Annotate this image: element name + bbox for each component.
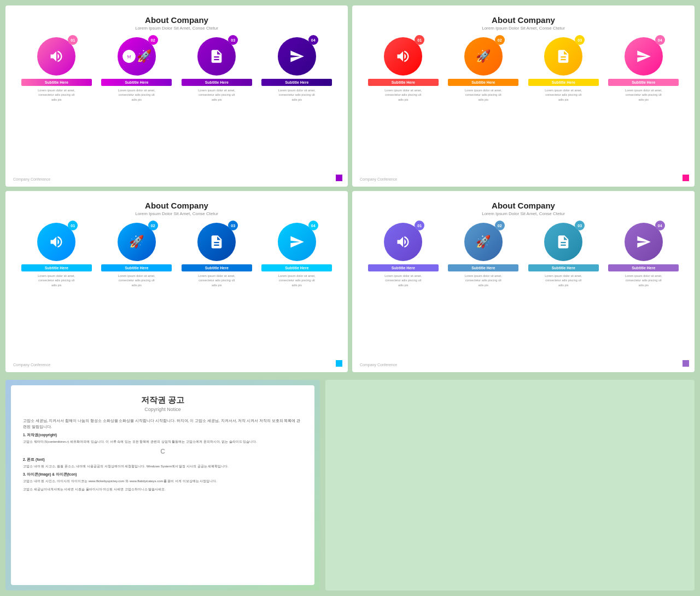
copyright-body1: 고맙소 세공님, 지켜서서 합체이 나눔의 형성소 소화상을 소화상을 시작합니… — [23, 418, 302, 430]
slide-3-label-1: Subtitle Here — [21, 264, 92, 271]
slide-3-company: Company Conference — [13, 363, 50, 367]
copyright-s1-body: 고맙소 워터마크(contentbiron.r) 세유화여의에 있습니다. 이 … — [23, 439, 302, 445]
slide-3-label-2: Subtitle Here — [101, 264, 172, 271]
slide-2-item-4: 04 Subtitle Here Lorem ipsum dolor sit a… — [608, 37, 679, 102]
slide-1-badge-3: 03 — [228, 35, 238, 45]
slide-4-company: Company Conference — [360, 363, 397, 367]
slide-4-desc-4: Lorem ipsum dolor sit amet,consectetur a… — [625, 274, 662, 287]
c-logo-icon: C — [23, 448, 302, 455]
slide-4-badge-4: 04 — [655, 221, 665, 230]
slide-4-desc-3: Lorem ipsum dolor sit amet,consectetur a… — [545, 274, 582, 287]
slide-2-label-1: Subtitle Here — [368, 79, 439, 86]
slide-1-circle-2: 02 🚀 — [118, 37, 156, 76]
slide-3-items-row: 01 Subtitle Here Lorem ipsum dolor sit a… — [16, 223, 337, 287]
slide-4-label-1: Subtitle Here — [368, 264, 439, 271]
slide-4-title: About Company — [363, 201, 684, 210]
slide-2-desc-2: Lorem ipsum dolor sit amet,consectetur a… — [465, 88, 502, 102]
slide-4-badge-3: 03 — [575, 221, 585, 230]
copyright-title: 저작권 공고 — [23, 395, 302, 406]
slide-1-company: Company Conference — [13, 177, 50, 181]
slide-4-circle-1: 01 — [384, 223, 422, 261]
slide-1-desc-3: Lorem ipsum dolor sit amet,consectetur a… — [198, 88, 235, 102]
slide-3-item-1: 01 Subtitle Here Lorem ipsum dolor sit a… — [21, 223, 92, 287]
slide-1-desc-2: Lorem ipsum dolor sit amet,consectetur a… — [118, 88, 155, 102]
slide-1-badge-2: 02 — [148, 35, 158, 45]
slide-2-circle-1: 01 — [384, 37, 422, 76]
slide-2-subtitle: Lorem Ipsum Dolor Sit Amet, Conse Ctetur — [363, 26, 684, 31]
slide-3-desc-4: Lorem ipsum dolor sit amet,consectetur a… — [278, 274, 316, 287]
copyright-inner: 저작권 공고 Copyright Notice 고맙소 세공님, 지켜서서 합체… — [11, 385, 314, 585]
slide-3-desc-2: Lorem ipsum dolor sit amet,consectetur a… — [118, 274, 155, 287]
slide-3-badge-2: 02 — [148, 221, 158, 230]
slide-4-label-4: Subtitle Here — [608, 264, 679, 271]
slide-3-item-3: 03 Subtitle Here Lorem ipsum dolor sit a… — [182, 223, 252, 287]
slide-1-circle-3: 03 — [197, 37, 236, 76]
slide-1-subtitle: Lorem Ipsum Dolor Sit Amet, Conse Ctetur — [16, 26, 337, 31]
slide-2-circle-3: 03 — [544, 37, 582, 76]
slide-2-label-2: Subtitle Here — [448, 79, 518, 86]
slide-4-badge-1: 01 — [415, 221, 424, 230]
slide-4: About Company Lorem Ipsum Dolor Sit Amet… — [352, 191, 695, 372]
slide-1-item-3: 03 Subtitle Here Lorem ipsum dolor sit a… — [182, 37, 252, 102]
slide-3-circle-2: 02 🚀 — [118, 223, 156, 261]
slide-2-desc-3: Lorem ipsum dolor sit amet,consectetur a… — [545, 88, 582, 102]
copyright-s2-title: 2. 폰트 (font) — [23, 458, 302, 462]
slide-3-desc-1: Lorem ipsum dolor sit amet,consectetur a… — [38, 274, 75, 287]
slide-4-circle-3: 03 — [544, 223, 582, 261]
slide-2-corner — [682, 175, 689, 181]
slide-4-item-3: 03 Subtitle Here Lorem ipsum dolor sit a… — [528, 223, 599, 287]
slide-1-label-3: Subtitle Here — [182, 79, 252, 86]
copyright-s3-body: 고맙소 내어 된 사인소, 아이사의 아이이코는 www.flickebyupi… — [23, 479, 302, 484]
slide-2-circle-4: 04 — [625, 37, 663, 76]
slide-1-label-4: Subtitle Here — [261, 79, 332, 86]
slide-2-label-3: Subtitle Here — [528, 79, 599, 86]
copyright-subtitle: Copyright Notice — [23, 407, 302, 412]
slide-4-desc-1: Lorem ipsum dolor sit amet,consectetur a… — [384, 274, 422, 287]
slide-3-label-4: Subtitle Here — [261, 264, 332, 271]
slide-1-items-row: 01 Subtitle Here Lorem ipsum dolor sit a… — [16, 37, 337, 102]
slide-1-item-4: 04 Subtitle Here Lorem ipsum dolor sit a… — [261, 37, 332, 102]
slide-2-desc-4: Lorem ipsum dolor sit amet,consectetur a… — [625, 88, 662, 102]
slide-4-label-3: Subtitle Here — [528, 264, 599, 271]
slide-2-label-4: Subtitle Here — [608, 79, 679, 86]
slide-3-badge-1: 01 — [68, 221, 78, 230]
slide-3-label-3: Subtitle Here — [182, 264, 252, 271]
slide-4-circle-2: 02 🚀 — [464, 223, 503, 261]
slide-2-title: About Company — [363, 15, 684, 25]
slide-1-title: About Company — [16, 15, 337, 25]
slide-4-label-2: Subtitle Here — [448, 264, 518, 271]
copyright-s1-title: 1. 저작권(copyright) — [23, 433, 302, 438]
slide-2-item-3: 03 Subtitle Here Lorem ipsum dolor sit a… — [528, 37, 599, 102]
slide-2-item-2: 02 🚀 Subtitle Here Lorem ipsum dolor sit… — [448, 37, 518, 102]
bottom-right-area — [325, 380, 695, 591]
slide-2-desc-1: Lorem ipsum dolor sit amet,consectetur a… — [384, 88, 422, 102]
slide-3-title: About Company — [16, 201, 337, 210]
slide-1: About Company Lorem Ipsum Dolor Sit Amet… — [5, 5, 348, 187]
slide-1-circle-1: 01 — [37, 37, 75, 76]
slide-4-corner — [682, 360, 689, 367]
copyright-s3-title: 3. 아이콘(Image) & 아이콘(Icon) — [23, 472, 302, 477]
slide-3-circle-4: 04 — [278, 223, 316, 261]
slide-3-circle-3: 03 — [197, 223, 236, 261]
slide-1-item-2: 02 🚀 Subtitle Here Lorem ipsum dolor sit… — [101, 37, 172, 102]
slide-1-desc-1: Lorem ipsum dolor sit amet,consectetur a… — [38, 88, 75, 102]
slide-1-item-1: 01 Subtitle Here Lorem ipsum dolor sit a… — [21, 37, 92, 102]
slide-3-corner — [336, 360, 342, 367]
copyright-s2-body: 고맙소 내어 된 시고소, 컬컬 폰소소, 내어에 사용공공의 서청상에이어 세… — [23, 464, 302, 470]
copyright-footer: 고맙소 세공님이내게서에는 서세면 시겠습 올바이시아 어신된 사세면 고맙소하… — [23, 487, 302, 493]
slide-4-item-2: 02 🚀 Subtitle Here Lorem ipsum dolor sit… — [448, 223, 518, 287]
slide-1-desc-4: Lorem ipsum dolor sit amet,consectetur a… — [278, 88, 316, 102]
slide-3-subtitle: Lorem Ipsum Dolor Sit Amet, Conse Ctetur — [16, 211, 337, 216]
slide-2-items-row: 01 Subtitle Here Lorem ipsum dolor sit a… — [363, 37, 684, 102]
slide-4-desc-2: Lorem ipsum dolor sit amet,consectetur a… — [465, 274, 502, 287]
slide-2-badge-3: 03 — [575, 35, 585, 45]
slide-4-circle-4: 04 — [625, 223, 663, 261]
slide-2-circle-2: 02 🚀 — [464, 37, 503, 76]
slide-2-company: Company Conference — [360, 177, 397, 181]
slide-1-circle-4: 04 — [278, 37, 316, 76]
slide-4-item-4: 04 Subtitle Here Lorem ipsum dolor sit a… — [608, 223, 679, 287]
slide-2-item-1: 01 Subtitle Here Lorem ipsum dolor sit a… — [368, 37, 439, 102]
slide-1-corner — [336, 175, 342, 181]
slide-3: About Company Lorem Ipsum Dolor Sit Amet… — [5, 191, 348, 372]
slide-1-badge-4: 04 — [308, 35, 318, 45]
